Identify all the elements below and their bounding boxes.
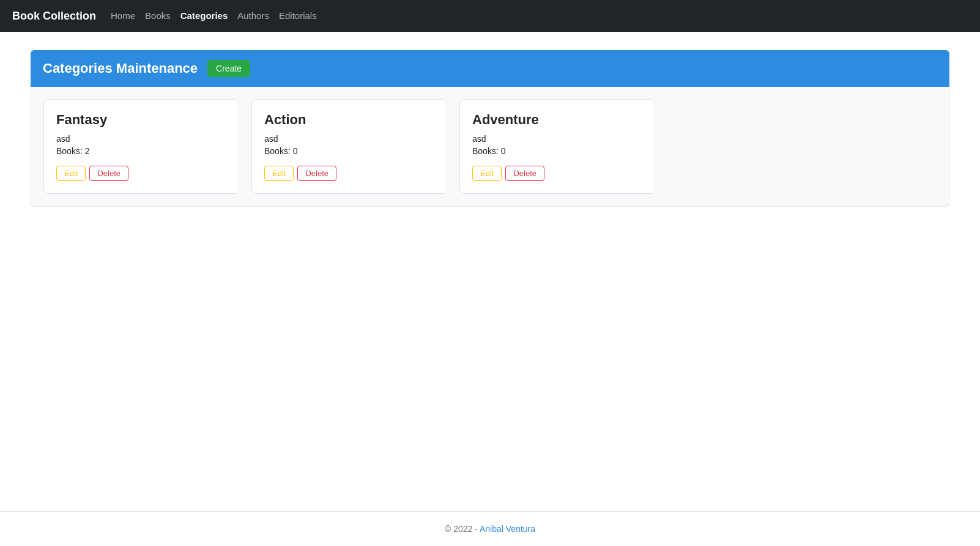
category-books-count: Books: 0 bbox=[264, 146, 434, 156]
page-title: Categories Maintenance bbox=[43, 61, 198, 76]
category-card-adventure: Adventure asd Books: 0 Edit Delete bbox=[459, 99, 655, 194]
category-description: asd bbox=[56, 134, 226, 144]
delete-button-fantasy[interactable]: Delete bbox=[89, 166, 128, 181]
edit-button-fantasy[interactable]: Edit bbox=[56, 166, 86, 181]
category-books-count: Books: 2 bbox=[56, 146, 226, 156]
nav-item-books[interactable]: Books bbox=[145, 10, 171, 21]
card-actions: Edit Delete bbox=[472, 166, 642, 181]
category-books-count: Books: 0 bbox=[472, 146, 642, 156]
nav-link-editorials[interactable]: Editorials bbox=[279, 10, 317, 21]
footer: © 2022 - Anibal Ventura bbox=[0, 511, 980, 546]
card-actions: Edit Delete bbox=[56, 166, 226, 181]
nav-item-editorials[interactable]: Editorials bbox=[279, 10, 317, 21]
footer-copyright: © 2022 - bbox=[445, 524, 480, 534]
page-header: Categories Maintenance Create bbox=[31, 50, 949, 87]
main-content: Categories Maintenance Create Fantasy as… bbox=[0, 32, 980, 511]
create-button[interactable]: Create bbox=[207, 60, 250, 77]
nav-link-authors[interactable]: Authors bbox=[237, 10, 269, 21]
nav-item-categories[interactable]: Categories bbox=[180, 10, 228, 21]
navbar: Book Collection Home Books Categories Au… bbox=[0, 0, 980, 32]
nav-link-home[interactable]: Home bbox=[111, 10, 135, 21]
category-card-fantasy: Fantasy asd Books: 2 Edit Delete bbox=[43, 99, 239, 194]
category-description: asd bbox=[472, 134, 642, 144]
nav-item-authors[interactable]: Authors bbox=[237, 10, 269, 21]
category-name: Fantasy bbox=[56, 112, 226, 128]
category-name: Action bbox=[264, 112, 434, 128]
nav-item-home[interactable]: Home bbox=[111, 10, 135, 21]
nav-link-categories[interactable]: Categories bbox=[180, 10, 228, 21]
delete-button-adventure[interactable]: Delete bbox=[505, 166, 544, 181]
card-actions: Edit Delete bbox=[264, 166, 434, 181]
category-description: asd bbox=[264, 134, 434, 144]
category-card-action: Action asd Books: 0 Edit Delete bbox=[251, 99, 447, 194]
footer-author-link[interactable]: Anibal Ventura bbox=[480, 524, 535, 534]
delete-button-action[interactable]: Delete bbox=[297, 166, 336, 181]
nav-link-books[interactable]: Books bbox=[145, 10, 171, 21]
navbar-nav: Home Books Categories Authors Editorials bbox=[111, 10, 317, 21]
edit-button-action[interactable]: Edit bbox=[264, 166, 294, 181]
categories-container: Fantasy asd Books: 2 Edit Delete Action … bbox=[31, 87, 949, 207]
navbar-brand[interactable]: Book Collection bbox=[12, 10, 96, 23]
edit-button-adventure[interactable]: Edit bbox=[472, 166, 502, 181]
category-name: Adventure bbox=[472, 112, 642, 128]
